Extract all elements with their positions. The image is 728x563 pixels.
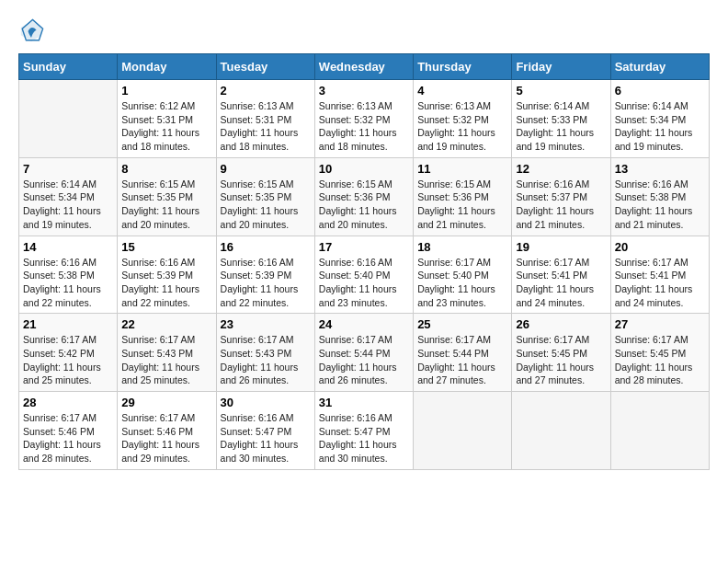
- day-info: Sunrise: 6:17 AM Sunset: 5:43 PM Dayligh…: [221, 333, 311, 387]
- day-cell: 4Sunrise: 6:13 AM Sunset: 5:32 PM Daylig…: [414, 80, 512, 158]
- col-header-tuesday: Tuesday: [216, 54, 314, 80]
- day-number: 14: [23, 240, 113, 254]
- day-cell: 2Sunrise: 6:13 AM Sunset: 5:31 PM Daylig…: [216, 80, 314, 158]
- day-cell: [19, 80, 118, 158]
- day-cell: [414, 392, 512, 470]
- day-info: Sunrise: 6:17 AM Sunset: 5:46 PM Dayligh…: [121, 411, 211, 465]
- day-number: 8: [121, 162, 211, 176]
- day-info: Sunrise: 6:16 AM Sunset: 5:47 PM Dayligh…: [221, 411, 311, 465]
- day-cell: 13Sunrise: 6:16 AM Sunset: 5:38 PM Dayli…: [610, 157, 709, 236]
- day-cell: 26Sunrise: 6:17 AM Sunset: 5:45 PM Dayli…: [512, 314, 610, 392]
- day-number: 31: [319, 396, 409, 409]
- day-info: Sunrise: 6:17 AM Sunset: 5:45 PM Dayligh…: [516, 333, 606, 387]
- day-number: 22: [121, 317, 211, 331]
- day-cell: 21Sunrise: 6:17 AM Sunset: 5:42 PM Dayli…: [19, 314, 118, 392]
- day-number: 21: [23, 317, 113, 331]
- day-cell: 14Sunrise: 6:16 AM Sunset: 5:38 PM Dayli…: [19, 236, 118, 314]
- day-number: 16: [221, 240, 311, 254]
- day-cell: 31Sunrise: 6:16 AM Sunset: 5:47 PM Dayli…: [314, 392, 413, 470]
- col-header-friday: Friday: [512, 54, 610, 80]
- day-info: Sunrise: 6:15 AM Sunset: 5:36 PM Dayligh…: [319, 178, 409, 232]
- week-row-4: 21Sunrise: 6:17 AM Sunset: 5:42 PM Dayli…: [19, 314, 710, 392]
- day-cell: 16Sunrise: 6:16 AM Sunset: 5:39 PM Dayli…: [216, 236, 314, 314]
- day-cell: 12Sunrise: 6:16 AM Sunset: 5:37 PM Dayli…: [512, 157, 610, 236]
- day-cell: 7Sunrise: 6:14 AM Sunset: 5:34 PM Daylig…: [19, 157, 118, 236]
- day-number: 19: [516, 240, 606, 254]
- day-number: 25: [417, 317, 507, 331]
- week-row-3: 14Sunrise: 6:16 AM Sunset: 5:38 PM Dayli…: [19, 236, 710, 314]
- day-number: 11: [417, 162, 507, 176]
- day-number: 26: [516, 317, 606, 331]
- day-cell: 25Sunrise: 6:17 AM Sunset: 5:44 PM Dayli…: [414, 314, 512, 392]
- day-info: Sunrise: 6:17 AM Sunset: 5:45 PM Dayligh…: [615, 333, 705, 387]
- day-number: 12: [516, 162, 606, 176]
- day-info: Sunrise: 6:17 AM Sunset: 5:44 PM Dayligh…: [417, 333, 507, 387]
- day-number: 7: [23, 162, 113, 176]
- week-row-2: 7Sunrise: 6:14 AM Sunset: 5:34 PM Daylig…: [19, 157, 710, 236]
- day-number: 10: [319, 162, 409, 176]
- day-number: 15: [121, 240, 211, 254]
- day-info: Sunrise: 6:15 AM Sunset: 5:35 PM Dayligh…: [221, 178, 311, 232]
- day-cell: 28Sunrise: 6:17 AM Sunset: 5:46 PM Dayli…: [19, 392, 118, 470]
- day-number: 27: [615, 317, 705, 331]
- day-info: Sunrise: 6:17 AM Sunset: 5:44 PM Dayligh…: [319, 333, 409, 387]
- day-cell: [512, 392, 610, 470]
- day-info: Sunrise: 6:14 AM Sunset: 5:34 PM Dayligh…: [23, 178, 113, 232]
- week-row-1: 1Sunrise: 6:12 AM Sunset: 5:31 PM Daylig…: [19, 80, 710, 158]
- day-info: Sunrise: 6:13 AM Sunset: 5:32 PM Dayligh…: [319, 99, 409, 154]
- day-info: Sunrise: 6:15 AM Sunset: 5:35 PM Dayligh…: [121, 178, 211, 232]
- calendar-table: SundayMondayTuesdayWednesdayThursdayFrid…: [18, 53, 710, 470]
- day-cell: 27Sunrise: 6:17 AM Sunset: 5:45 PM Dayli…: [610, 314, 709, 392]
- day-cell: 30Sunrise: 6:16 AM Sunset: 5:47 PM Dayli…: [216, 392, 314, 470]
- day-cell: 3Sunrise: 6:13 AM Sunset: 5:32 PM Daylig…: [314, 80, 413, 158]
- day-cell: 23Sunrise: 6:17 AM Sunset: 5:43 PM Dayli…: [216, 314, 314, 392]
- day-number: 1: [121, 84, 211, 98]
- day-cell: 19Sunrise: 6:17 AM Sunset: 5:41 PM Dayli…: [512, 236, 610, 314]
- day-number: 17: [319, 240, 409, 254]
- col-header-monday: Monday: [118, 54, 216, 80]
- day-info: Sunrise: 6:17 AM Sunset: 5:42 PM Dayligh…: [23, 333, 113, 387]
- day-info: Sunrise: 6:16 AM Sunset: 5:39 PM Dayligh…: [221, 256, 311, 310]
- day-cell: 15Sunrise: 6:16 AM Sunset: 5:39 PM Dayli…: [118, 236, 216, 314]
- day-cell: 11Sunrise: 6:15 AM Sunset: 5:36 PM Dayli…: [414, 157, 512, 236]
- day-cell: 29Sunrise: 6:17 AM Sunset: 5:46 PM Dayli…: [118, 392, 216, 470]
- day-number: 18: [417, 240, 507, 254]
- week-row-5: 28Sunrise: 6:17 AM Sunset: 5:46 PM Dayli…: [19, 392, 710, 470]
- day-info: Sunrise: 6:17 AM Sunset: 5:43 PM Dayligh…: [121, 333, 211, 387]
- day-cell: 22Sunrise: 6:17 AM Sunset: 5:43 PM Dayli…: [118, 314, 216, 392]
- day-cell: 18Sunrise: 6:17 AM Sunset: 5:40 PM Dayli…: [414, 236, 512, 314]
- day-info: Sunrise: 6:13 AM Sunset: 5:31 PM Dayligh…: [221, 99, 311, 154]
- day-cell: [610, 392, 709, 470]
- day-info: Sunrise: 6:17 AM Sunset: 5:41 PM Dayligh…: [615, 256, 705, 310]
- page-header: [18, 18, 710, 44]
- day-number: 20: [615, 240, 705, 254]
- day-number: 23: [221, 317, 311, 331]
- day-info: Sunrise: 6:17 AM Sunset: 5:40 PM Dayligh…: [417, 256, 507, 310]
- day-info: Sunrise: 6:17 AM Sunset: 5:41 PM Dayligh…: [516, 256, 606, 310]
- day-cell: 1Sunrise: 6:12 AM Sunset: 5:31 PM Daylig…: [118, 80, 216, 158]
- col-header-thursday: Thursday: [414, 54, 512, 80]
- logo-icon: [18, 18, 44, 44]
- col-header-saturday: Saturday: [610, 54, 709, 80]
- day-number: 29: [121, 396, 211, 409]
- col-header-wednesday: Wednesday: [314, 54, 413, 80]
- day-number: 6: [615, 84, 705, 98]
- day-number: 3: [319, 84, 409, 98]
- day-info: Sunrise: 6:16 AM Sunset: 5:38 PM Dayligh…: [23, 256, 113, 310]
- col-header-sunday: Sunday: [19, 54, 118, 80]
- logo: [18, 18, 48, 44]
- day-info: Sunrise: 6:14 AM Sunset: 5:33 PM Dayligh…: [516, 99, 606, 154]
- day-info: Sunrise: 6:16 AM Sunset: 5:38 PM Dayligh…: [615, 178, 705, 232]
- day-cell: 6Sunrise: 6:14 AM Sunset: 5:34 PM Daylig…: [610, 80, 709, 158]
- day-cell: 5Sunrise: 6:14 AM Sunset: 5:33 PM Daylig…: [512, 80, 610, 158]
- day-info: Sunrise: 6:16 AM Sunset: 5:37 PM Dayligh…: [516, 178, 606, 232]
- day-info: Sunrise: 6:16 AM Sunset: 5:40 PM Dayligh…: [319, 256, 409, 310]
- day-number: 2: [221, 84, 311, 98]
- day-number: 24: [319, 317, 409, 331]
- day-number: 4: [417, 84, 507, 98]
- day-number: 13: [615, 162, 705, 176]
- day-cell: 17Sunrise: 6:16 AM Sunset: 5:40 PM Dayli…: [314, 236, 413, 314]
- day-number: 30: [221, 396, 311, 409]
- day-cell: 9Sunrise: 6:15 AM Sunset: 5:35 PM Daylig…: [216, 157, 314, 236]
- day-number: 5: [516, 84, 606, 98]
